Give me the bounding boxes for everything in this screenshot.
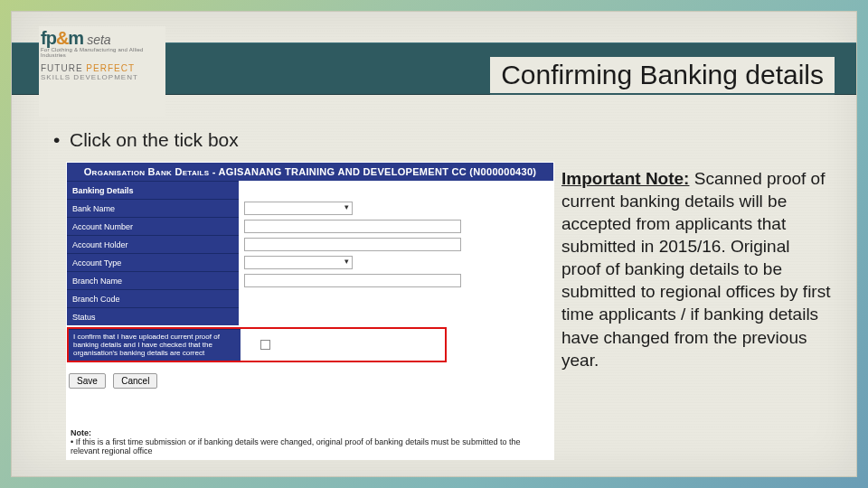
label-account-number: Account Number	[67, 217, 239, 235]
label-account-type: Account Type	[67, 253, 239, 271]
note-line: • If this is a first time submission or …	[71, 437, 550, 455]
confirm-row-highlight: I confirm that I have uploaded current p…	[67, 327, 447, 362]
logo-skills: SKILLS DEVELOPMENT	[41, 73, 164, 81]
cancel-button[interactable]: Cancel	[113, 373, 157, 389]
label-branch-code: Branch Code	[67, 289, 239, 307]
form-header: Organisation Bank Details - AGISANANG TR…	[67, 163, 553, 181]
important-note: Important Note: Scanned proof of current…	[561, 167, 833, 371]
logo-block: fp&mseta For Clothing & Manufacturing an…	[39, 26, 165, 117]
logo-seta: seta	[87, 33, 110, 47]
branch-name-input[interactable]	[244, 274, 461, 287]
page-title: Confirming Banking details	[490, 55, 835, 95]
account-holder-input[interactable]	[244, 238, 461, 251]
important-note-body: Scanned proof of current banking details…	[561, 169, 830, 370]
logo-future-perfect: FUTURE PERFECT	[41, 63, 164, 73]
form-screenshot: Organisation Bank Details - AGISANANG TR…	[66, 162, 554, 460]
logo-fp: fp&m	[41, 28, 83, 48]
instruction-bullet: Click on the tick box	[70, 129, 239, 151]
label-account-holder: Account Holder	[67, 235, 239, 253]
note-heading: Note:	[71, 428, 550, 437]
bank-name-select[interactable]	[244, 202, 353, 215]
section-heading: Banking Details	[67, 181, 239, 199]
confirm-checkbox[interactable]	[260, 340, 270, 350]
button-row: Save Cancel	[67, 371, 553, 389]
label-branch-name: Branch Name	[67, 271, 239, 289]
label-status: Status	[67, 307, 239, 325]
label-bank-name: Bank Name	[67, 199, 239, 217]
account-number-input[interactable]	[244, 220, 461, 233]
save-button[interactable]: Save	[69, 373, 106, 389]
account-type-select[interactable]	[244, 256, 353, 269]
confirm-text: I confirm that I have uploaded current p…	[69, 329, 241, 361]
slide: fp&mseta For Clothing & Manufacturing an…	[11, 11, 857, 477]
form-note: Note: • If this is a first time submissi…	[71, 428, 550, 455]
logo-small-text: For Clothing & Manufacturing and Allied …	[41, 47, 164, 58]
important-note-heading: Important Note:	[561, 169, 689, 188]
